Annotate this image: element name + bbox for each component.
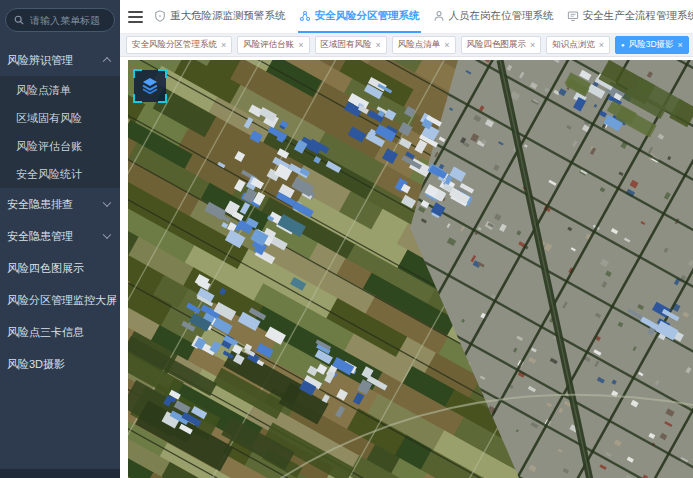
menu-label: 安全隐患排查 [7, 197, 73, 212]
satellite-imagery [128, 60, 693, 478]
sidebar-item-zone-monitor-screen[interactable]: 风险分区管理监控大屏 [0, 284, 120, 316]
system-tab-personnel[interactable]: 人员在岗在位管理系统 [432, 0, 555, 33]
tag-label: 区域固有风险 [321, 39, 372, 51]
sidebar-group-hazard-check[interactable]: 安全隐患排查 [0, 188, 120, 220]
sidebar-menu: 风险辨识管理 风险点清单 区域固有风险 风险评估台账 安全风险统计 安全隐患排查… [0, 44, 120, 469]
system-tab-label: 安全生产全流程管理系统 [583, 9, 693, 23]
tag-knowledge-points[interactable]: 知识点浏览 × [546, 36, 610, 54]
sidebar-group-risk-identify[interactable]: 风险辨识管理 [0, 44, 120, 76]
system-tab-major-hazard[interactable]: 重大危险源监测预警系统 [153, 0, 287, 33]
close-icon[interactable]: × [376, 41, 381, 50]
menu-label: 安全隐患管理 [7, 229, 73, 244]
close-icon[interactable]: × [298, 41, 303, 50]
system-tab-risk-zone[interactable]: 安全风险分区管理系统 [298, 0, 421, 33]
system-tab-label: 安全风险分区管理系统 [315, 9, 420, 23]
tag-label: 风险四色图展示 [467, 39, 527, 51]
sidebar-submenu: 风险点清单 区域固有风险 风险评估台账 安全风险统计 [0, 76, 120, 188]
person-icon [433, 10, 445, 22]
tag-label: 安全风险分区管理系统 [132, 39, 217, 51]
tag-risk-zone-system[interactable]: 安全风险分区管理系统 × [126, 36, 232, 54]
sidebar-item-risk-assess-ledger[interactable]: 风险评估台账 [0, 132, 120, 160]
close-icon[interactable]: × [221, 41, 226, 50]
hamburger-button[interactable] [128, 0, 143, 33]
nodes-icon [299, 10, 311, 22]
sidebar-item-risk-3d[interactable]: 风险3D摄影 [0, 348, 120, 380]
top-navbar: 重大危险源监测预警系统 安全风险分区管理系统 人员在岗在位管理系统 [120, 0, 693, 34]
chevron-down-icon [103, 199, 111, 207]
menu-search [5, 8, 115, 32]
tag-label: 风险评估台账 [243, 39, 294, 51]
satellite-map[interactable] [128, 60, 693, 478]
close-icon[interactable]: × [530, 41, 535, 50]
system-tab-label: 人员在岗在位管理系统 [449, 9, 554, 23]
chevron-up-icon [103, 57, 111, 65]
layers-control[interactable] [134, 70, 166, 102]
active-dot-icon: ● [621, 42, 625, 48]
system-tab-production-flow[interactable]: 安全生产全流程管理系统 [566, 0, 693, 33]
tag-label: 风险3D摄影 [629, 39, 674, 51]
bracket [133, 69, 142, 78]
sidebar-item-risk-point-list[interactable]: 风险点清单 [0, 76, 120, 104]
bracket [133, 94, 142, 103]
sidebar-item-four-color-map[interactable]: 风险四色图展示 [0, 252, 120, 284]
close-icon[interactable]: × [444, 41, 449, 50]
sidebar-item-safety-risk-stats[interactable]: 安全风险统计 [0, 160, 120, 188]
sidebar: 风险辨识管理 风险点清单 区域固有风险 风险评估台账 安全风险统计 安全隐患排查… [0, 0, 120, 478]
tag-risk-3d-active[interactable]: ● 风险3D摄影 × [615, 36, 689, 54]
shield-alert-icon [154, 10, 166, 22]
layers-icon [140, 76, 160, 96]
tag-risk-assess-ledger[interactable]: 风险评估台账 × [237, 36, 309, 54]
tag-four-color-map[interactable]: 风险四色图展示 × [461, 36, 542, 54]
chevron-down-icon [103, 231, 111, 239]
tags-view-bar: 安全风险分区管理系统 × 风险评估台账 × 区域固有风险 × 风险点清单 × 风… [120, 34, 693, 57]
menu-label: 风险辨识管理 [7, 53, 73, 68]
main-area: 重大危险源监测预警系统 安全风险分区管理系统 人员在岗在位管理系统 [120, 0, 693, 478]
search-icon [14, 15, 24, 25]
system-tab-label: 重大危险源监测预警系统 [170, 9, 286, 23]
tag-label: 风险点清单 [398, 39, 441, 51]
bracket [158, 69, 167, 78]
sidebar-footer-bar [0, 469, 120, 478]
close-icon[interactable]: × [599, 41, 604, 50]
sidebar-item-area-inherent-risk[interactable]: 区域固有风险 [0, 104, 120, 132]
search-input[interactable] [28, 14, 106, 27]
tag-risk-point-list[interactable]: 风险点清单 × [392, 36, 456, 54]
tag-area-inherent-risk[interactable]: 区域固有风险 × [315, 36, 387, 54]
close-icon[interactable]: × [678, 41, 683, 50]
sidebar-group-hazard-manage[interactable]: 安全隐患管理 [0, 220, 120, 252]
app-window: 风险辨识管理 风险点清单 区域固有风险 风险评估台账 安全风险统计 安全隐患排查… [0, 0, 693, 478]
bracket [158, 94, 167, 103]
tag-label: 知识点浏览 [552, 39, 595, 51]
monitor-icon [567, 10, 579, 22]
sidebar-item-three-card-info[interactable]: 风险点三卡信息 [0, 316, 120, 348]
